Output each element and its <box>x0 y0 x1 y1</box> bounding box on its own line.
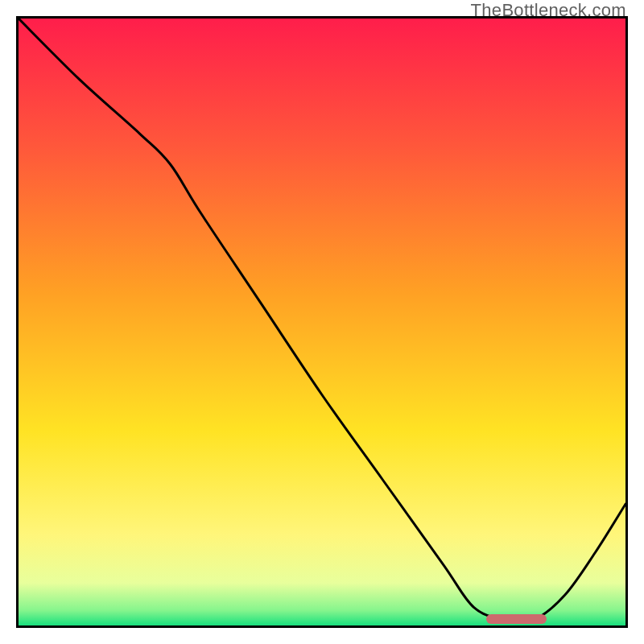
plot-area <box>16 16 628 628</box>
bottleneck-chart: TheBottleneck.com <box>0 0 644 644</box>
svg-rect-0 <box>19 19 625 625</box>
optimal-range-marker <box>486 614 547 624</box>
gradient-background <box>19 19 625 625</box>
